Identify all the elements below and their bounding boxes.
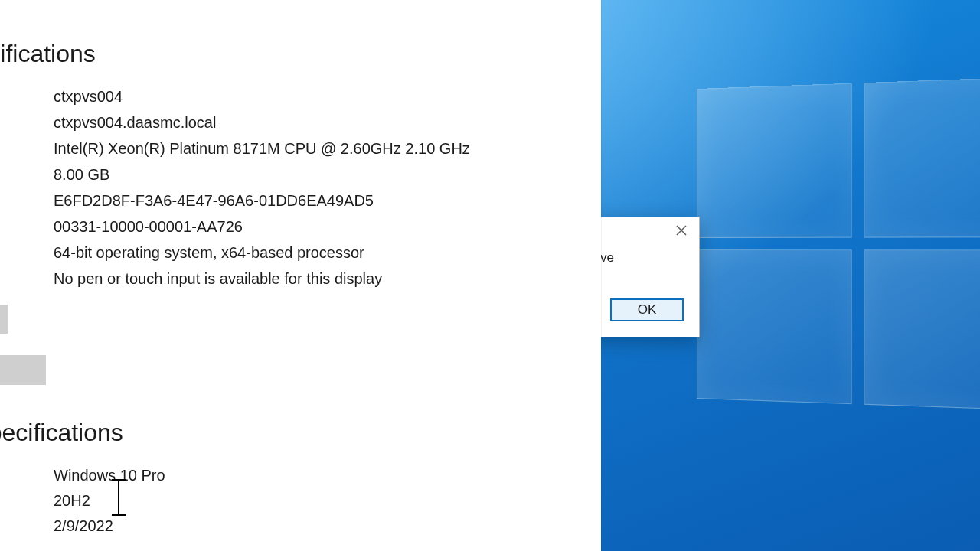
value-system-type: 64-bit operating system, x64-based proce… [54,244,586,262]
value-ram: 8.00 GB [54,166,586,184]
label-system-type: System type [0,244,31,262]
value-version: 20H2 [54,492,586,510]
label-product-id: Product ID [0,218,31,236]
label-ram: Installed RAM [0,166,31,184]
value-product-id: 00331-10000-00001-AA726 [54,218,586,236]
value-device-name: ctxpvs004 [54,88,586,106]
value-edition: Windows 10 Pro [54,467,586,484]
label-version: Version [0,492,31,510]
text-cursor-icon [118,479,119,516]
label-installed: Installed on [0,517,31,535]
label-edition: Edition [0,467,31,484]
copy-button[interactable]: Copy [0,305,8,334]
value-device-id: E6FD2D8F-F3A6-4E47-96A6-01DD6EA49AD5 [54,192,586,210]
value-full-name: ctxpvs004.daasmc.local [54,114,586,132]
close-icon[interactable] [664,217,699,243]
value-processor: Intel(R) Xeon(R) Platinum 8171M CPU @ 2.… [54,140,586,158]
device-spec-table: Device name ctxpvs004 Full device name c… [0,88,586,288]
label-pen-touch: Pen and touch [0,270,31,288]
rename-pc-button[interactable]: Rename this PC [0,355,46,385]
windows-logo [697,77,980,415]
label-full-name: Full device name [0,114,31,132]
windows-spec-table: Edition Windows 10 Pro Version 20H2 Inst… [0,467,586,535]
device-specifications-heading: Device specifications [0,40,586,68]
label-device-name: Device name [0,88,31,106]
windows-specifications-heading: Windows specifications [0,419,586,447]
value-installed: 2/9/2022 [54,517,586,535]
value-pen-touch: No pen or touch input is available for t… [54,270,586,288]
settings-about-panel: Device specifications Device name ctxpvs… [0,0,601,551]
label-processor: Processor [0,140,31,158]
label-device-id: Device ID [0,192,31,210]
ok-button[interactable]: OK [610,298,684,321]
